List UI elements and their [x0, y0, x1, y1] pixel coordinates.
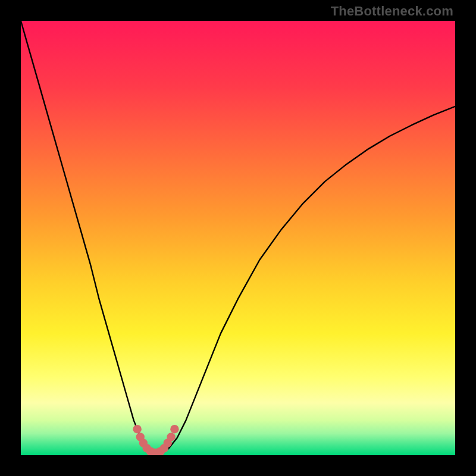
- chart-background: [21, 21, 455, 455]
- highlight-dot: [167, 433, 175, 441]
- watermark-text: TheBottleneck.com: [331, 4, 453, 19]
- chart-plot-area: [21, 21, 455, 455]
- chart-frame: TheBottleneck.com: [0, 0, 476, 476]
- highlight-dot: [133, 425, 141, 433]
- highlight-dot: [170, 425, 178, 433]
- chart-svg: [21, 21, 455, 455]
